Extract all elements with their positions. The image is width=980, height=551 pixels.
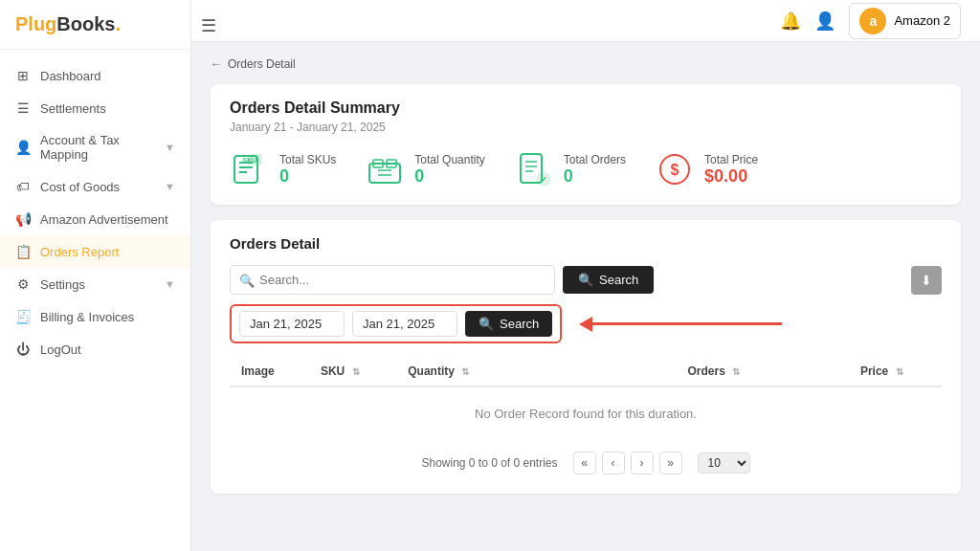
date-search-button[interactable]: 🔍 Search: [465, 311, 552, 337]
cost-of-goods-icon: 🏷: [15, 179, 31, 194]
breadcrumb: ← Orders Detail: [211, 57, 961, 71]
sidebar-label-orders-report: Orders Report: [40, 245, 119, 259]
col-quantity[interactable]: Quantity ⇅: [396, 357, 515, 386]
logo-books: Books: [56, 13, 115, 34]
logo: PlugBooks.: [0, 0, 190, 50]
pagination-prev[interactable]: ‹: [602, 452, 625, 474]
download-button[interactable]: ⬇: [911, 266, 942, 295]
sort-icon-orders: ⇅: [732, 366, 740, 377]
search-icon-inline: 🔍: [239, 273, 255, 287]
sidebar: PlugBooks. ⊞ Dashboard ☰ Settlements 👤 A…: [0, 0, 191, 551]
date-search-icon: 🔍: [479, 317, 494, 331]
quantity-icon: [365, 149, 405, 189]
stat-total-price: $ Total Price $0.00: [655, 149, 758, 189]
sidebar-item-cost-of-goods[interactable]: 🏷 Cost of Goods ▼: [0, 170, 190, 203]
chevron-down-icon-settings: ▼: [165, 278, 175, 290]
topbar: ☰ 🔔 👤 a Amazon 2: [191, 0, 980, 42]
billing-icon: 🧾: [15, 309, 31, 324]
hamburger-menu-icon[interactable]: ☰: [201, 15, 216, 36]
orders-table-wrap: Image SKU ⇅ Quantity ⇅ Orders: [230, 357, 942, 440]
orders-report-icon: 📋: [15, 244, 31, 259]
amazon-account-badge[interactable]: a Amazon 2: [849, 3, 961, 39]
date-search-label: Search: [500, 317, 539, 331]
skus-label: Total SKUs: [279, 153, 336, 166]
summary-card: Orders Detail Summary January 21 - Janua…: [211, 84, 961, 205]
per-page-select[interactable]: 10 25 50 100: [698, 452, 750, 474]
breadcrumb-link[interactable]: Orders Detail: [228, 57, 296, 71]
logo-dot: .: [115, 13, 121, 34]
sidebar-item-orders-report[interactable]: 📋 Orders Report: [0, 235, 190, 268]
sidebar-item-logout[interactable]: ⏻ LogOut: [0, 333, 190, 365]
col-price[interactable]: Price ⇅: [849, 357, 942, 386]
skus-icon: SKU: [230, 149, 270, 189]
page-content: ← Orders Detail Orders Detail Summary Ja…: [191, 42, 980, 551]
stat-total-orders: ✓ Total Orders 0: [514, 149, 626, 189]
price-label: Total Price: [704, 153, 758, 166]
date-search-box: 🔍 Search: [230, 304, 562, 343]
settlements-icon: ☰: [15, 100, 31, 116]
sidebar-item-settlements[interactable]: ☰ Settlements: [0, 92, 190, 124]
svg-text:$: $: [671, 162, 679, 178]
search-input-wrap: 🔍: [230, 265, 555, 295]
logo-plug: Plug: [15, 13, 56, 34]
dashboard-icon: ⊞: [15, 68, 31, 83]
col-orders[interactable]: Orders ⇅: [516, 357, 849, 386]
sidebar-label-amazon-ad: Amazon Advertisement: [40, 212, 168, 227]
orders-detail-title: Orders Detail: [230, 235, 942, 252]
date-search-row: 🔍 Search: [230, 304, 942, 343]
notification-icon[interactable]: 🔔: [780, 11, 801, 32]
summary-date: January 21 - January 21, 2025: [230, 121, 942, 134]
stat-total-quantity: Total Quantity 0: [365, 149, 484, 189]
col-sku[interactable]: SKU ⇅: [309, 357, 396, 386]
pagination: Showing 0 to 0 of 0 entries « ‹ › » 10 2…: [230, 440, 942, 478]
search-top-bar: 🔍 🔍 Search ⬇: [230, 265, 942, 295]
sidebar-label-account-tax: Account & Tax Mapping: [40, 133, 155, 162]
date-to-input[interactable]: [352, 311, 457, 337]
search-button[interactable]: 🔍 Search: [563, 266, 654, 294]
table-header-row: Image SKU ⇅ Quantity ⇅ Orders: [230, 357, 942, 386]
col-image: Image: [230, 357, 309, 386]
search-input[interactable]: [230, 265, 555, 295]
sidebar-label-settlements: Settlements: [40, 101, 106, 116]
breadcrumb-arrow: ←: [211, 57, 222, 71]
svg-text:✓: ✓: [540, 175, 547, 185]
sidebar-item-settings[interactable]: ⚙ Settings ▼: [0, 268, 190, 300]
sidebar-item-billing[interactable]: 🧾 Billing & Invoices: [0, 300, 190, 333]
sort-icon-quantity: ⇅: [461, 366, 469, 377]
main-content: ☰ 🔔 👤 a Amazon 2 ← Orders Detail Orders …: [191, 0, 980, 551]
search-btn-label: Search: [599, 273, 638, 287]
svg-rect-6: [369, 164, 400, 183]
date-from-input[interactable]: [239, 311, 345, 337]
no-record-row: No Order Record found for this duration.: [230, 386, 942, 440]
search-btn-icon: 🔍: [578, 273, 593, 287]
orders-label: Total Orders: [564, 153, 626, 166]
amazon-account-label: Amazon 2: [894, 13, 950, 28]
user-icon[interactable]: 👤: [814, 11, 835, 32]
account-tax-icon: 👤: [15, 140, 31, 155]
logout-icon: ⏻: [15, 342, 31, 357]
sidebar-item-amazon-advertisement[interactable]: 📢 Amazon Advertisement: [0, 203, 190, 235]
chevron-down-icon-cog: ▼: [165, 181, 175, 192]
sidebar-item-account-tax[interactable]: 👤 Account & Tax Mapping ▼: [0, 124, 190, 170]
amazon-avatar: a: [859, 8, 886, 34]
sort-icon-sku: ⇅: [352, 366, 360, 377]
pagination-next[interactable]: ›: [631, 452, 654, 474]
price-value: $0.00: [704, 166, 758, 187]
sidebar-item-dashboard[interactable]: ⊞ Dashboard: [0, 59, 190, 92]
pagination-last[interactable]: »: [659, 452, 682, 474]
no-record-message: No Order Record found for this duration.: [230, 386, 942, 440]
quantity-value: 0: [414, 166, 484, 187]
summary-title: Orders Detail Summary: [230, 99, 942, 117]
sidebar-label-cost-of-goods: Cost of Goods: [40, 180, 120, 194]
settings-icon: ⚙: [15, 276, 31, 292]
price-icon: $: [655, 149, 695, 189]
sidebar-label-logout: LogOut: [40, 342, 81, 357]
sidebar-label-billing: Billing & Invoices: [40, 310, 134, 324]
sort-icon-price: ⇅: [896, 366, 903, 377]
pagination-first[interactable]: «: [573, 452, 596, 474]
sidebar-nav: ⊞ Dashboard ☰ Settlements 👤 Account & Ta…: [0, 50, 190, 551]
sidebar-label-dashboard: Dashboard: [40, 69, 101, 83]
arrow-indicator: [579, 317, 782, 332]
sidebar-label-settings: Settings: [40, 277, 85, 292]
svg-text:SKU: SKU: [243, 157, 257, 164]
